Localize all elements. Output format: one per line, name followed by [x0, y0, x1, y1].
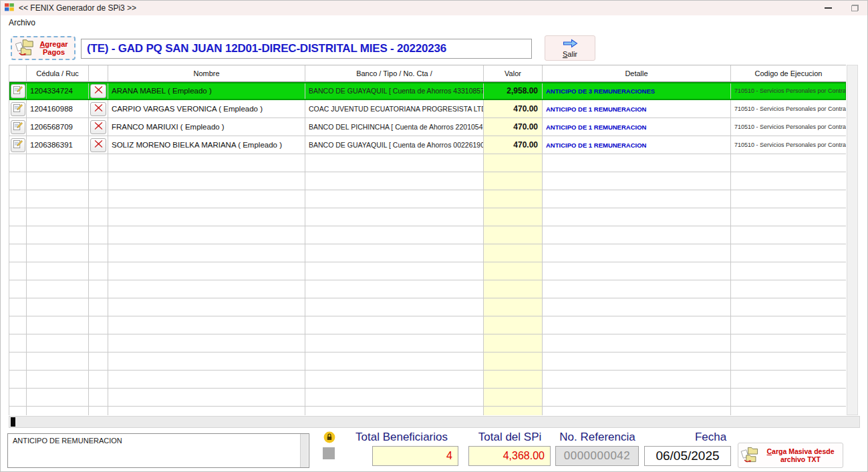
cell-nombre — [108, 154, 305, 172]
payments-table: Cédula / Ruc Nombre Banco / Tipo / No. C… — [9, 65, 846, 415]
cell-banco — [305, 208, 484, 226]
menu-archivo[interactable]: Archivo — [6, 17, 38, 28]
table-row[interactable]: 1204160988 CARPIO VARGAS VERONICA ( Empl… — [9, 100, 846, 118]
cell-banco: BANCO DE GUAYAQUIL [ Cuenta de Ahorros 4… — [305, 82, 484, 100]
cell-nombre — [108, 334, 305, 352]
entity-description-input[interactable] — [81, 39, 532, 59]
cell-cedula — [27, 407, 89, 415]
edit-row-button[interactable] — [11, 84, 25, 98]
vertical-scrollbar[interactable] — [847, 65, 858, 415]
cell-nombre — [108, 262, 305, 280]
table-row[interactable]: 1204334724 ARANA MABEL ( Empleado ) BANC… — [9, 82, 846, 100]
no-referencia-label: No. Referencia — [554, 431, 641, 444]
cell-cedula — [27, 371, 89, 389]
header-banco: Banco / Tipo / No. Cta / — [305, 65, 484, 82]
table-row[interactable]: 1206386391 SOLIZ MORENO BIELKA MARIANA (… — [9, 136, 846, 154]
cell-valor — [484, 208, 543, 226]
cell-banco — [305, 316, 484, 334]
txt-import-folders-icon — [740, 445, 760, 466]
cell-valor — [484, 407, 543, 415]
cell-nombre — [108, 280, 305, 298]
cell-detalle — [543, 154, 731, 172]
titlebar: << FENIX Generador de SPi3 >> — [1, 1, 867, 15]
cell-banco — [305, 262, 484, 280]
carga-masiva-button[interactable]: Carga Masiva desde archivo TXT — [738, 443, 843, 468]
cell-codigo — [731, 172, 846, 190]
detalle-nota-textarea[interactable]: ANTICIPO DE REMUNERACION — [7, 433, 309, 468]
minimize-icon — [825, 7, 832, 9]
minimize-button[interactable] — [818, 2, 838, 14]
cell-banco — [305, 371, 484, 389]
header-delete-col — [89, 65, 108, 82]
edit-form-icon — [13, 140, 23, 151]
edit-row-button[interactable] — [11, 120, 25, 134]
delete-row-button[interactable] — [90, 120, 106, 134]
table-row-empty — [9, 226, 846, 244]
horizontal-scrollbar-thumb[interactable] — [11, 417, 15, 427]
cell-codigo — [731, 298, 846, 316]
cell-cedula — [27, 352, 89, 371]
cell-valor — [484, 298, 543, 316]
edit-form-icon — [13, 85, 23, 97]
cell-nombre: CARPIO VARGAS VERONICA ( Empleado ) — [108, 100, 305, 118]
cell-codigo — [731, 371, 846, 389]
cell-cedula: 1204334724 — [27, 82, 89, 100]
table-row-empty — [9, 389, 846, 407]
cell-nombre: FRANCO MARIUXI ( Empleado ) — [108, 118, 305, 136]
windows-logo-icon — [4, 2, 15, 15]
cell-valor — [484, 262, 543, 280]
cell-valor: 470.00 — [484, 136, 543, 154]
cell-detalle — [543, 244, 731, 262]
delete-x-icon — [94, 122, 103, 132]
cell-codigo: 710510 - Servicios Personales por Contra… — [731, 118, 846, 136]
cell-cedula — [27, 226, 89, 244]
cell-cedula: 1204160988 — [27, 100, 89, 118]
total-beneficiarios-label: Total Beneficiarios — [341, 431, 462, 444]
cell-detalle: ANTICIPO DE 1 REMUNERACION — [543, 100, 731, 118]
table-header: Cédula / Ruc Nombre Banco / Tipo / No. C… — [9, 65, 846, 82]
cell-banco — [305, 244, 484, 262]
cell-codigo — [731, 190, 846, 208]
cell-detalle — [543, 389, 731, 407]
horizontal-scrollbar[interactable] — [9, 416, 860, 428]
agregar-pagos-button[interactable]: Agregar Pagos — [11, 36, 76, 60]
cell-banco: BANCO DEL PICHINCHA [ Cuenta de Ahorros … — [305, 118, 484, 136]
table-row-empty — [9, 190, 846, 208]
salir-button[interactable]: Salir — [545, 35, 595, 61]
table-row[interactable]: 1206568709 FRANCO MARIUXI ( Empleado ) B… — [9, 118, 846, 136]
cell-nombre — [108, 316, 305, 334]
restore-icon — [851, 5, 859, 11]
edit-row-button[interactable] — [11, 102, 25, 116]
cell-banco — [305, 389, 484, 407]
window-title: << FENIX Generador de SPi3 >> — [19, 3, 136, 13]
cell-codigo — [731, 208, 846, 226]
cell-codigo — [731, 389, 846, 407]
cell-cedula — [27, 172, 89, 190]
add-payments-folders-icon — [15, 38, 36, 59]
delete-row-button[interactable] — [90, 138, 106, 152]
total-spi-label: Total del SPi — [466, 431, 553, 444]
cell-cedula — [27, 280, 89, 298]
cell-cedula: 1206386391 — [27, 136, 89, 154]
cell-cedula — [27, 208, 89, 226]
cell-cedula — [27, 154, 89, 172]
fecha-label: Fecha — [669, 431, 752, 444]
cell-detalle — [543, 226, 731, 244]
restore-button[interactable] — [845, 2, 865, 14]
status-square — [323, 447, 335, 459]
cell-detalle — [543, 262, 731, 280]
lock-icon — [323, 431, 335, 443]
cell-cedula: 1206568709 — [27, 118, 89, 136]
delete-row-button[interactable] — [90, 84, 106, 98]
table-row-empty — [9, 298, 846, 316]
edit-form-icon — [13, 122, 23, 133]
delete-x-icon — [94, 140, 103, 150]
cell-banco: BANCO DE GUAYAQUIL [ Cuenta de Ahorros 0… — [305, 136, 484, 154]
edit-row-button[interactable] — [11, 138, 25, 152]
delete-row-button[interactable] — [90, 102, 106, 116]
cell-detalle — [543, 352, 731, 371]
nota-scrollbar[interactable] — [300, 434, 308, 467]
cell-banco — [305, 226, 484, 244]
cell-valor — [484, 389, 543, 407]
cell-banco — [305, 334, 484, 352]
